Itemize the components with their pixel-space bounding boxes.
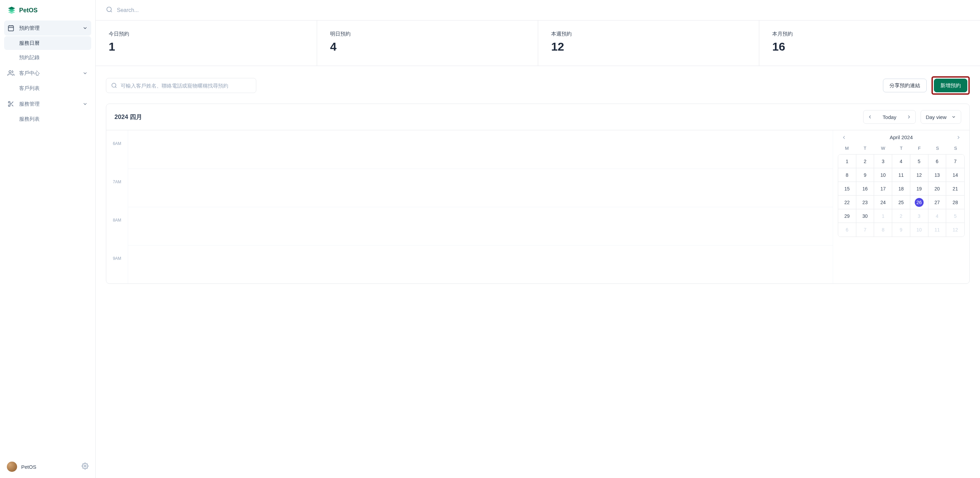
prev-month-button[interactable] xyxy=(840,135,848,140)
nav-section-icon xyxy=(8,100,14,107)
day-cell[interactable]: 3 xyxy=(874,155,892,168)
stat-card: 今日預約1 xyxy=(95,21,317,65)
day-cell[interactable]: 20 xyxy=(928,182,947,196)
highlight-annotation: 新增預約 xyxy=(931,76,970,95)
day-cell[interactable]: 6 xyxy=(928,155,947,168)
day-cell[interactable]: 29 xyxy=(838,209,856,223)
day-cell[interactable]: 14 xyxy=(946,168,964,182)
main: 今日預約1明日預約4本週預約12本月預約16 分享預約連結 新增預約 2024 … xyxy=(95,0,980,478)
svg-line-9 xyxy=(10,103,11,104)
logo[interactable]: PetOS xyxy=(0,0,95,21)
nav-sub-item[interactable]: 預約記錄 xyxy=(4,51,91,64)
nav-section-header[interactable]: 客戶中心 xyxy=(4,65,91,81)
share-link-button[interactable]: 分享預約連結 xyxy=(883,79,927,92)
stat-value: 1 xyxy=(109,40,304,53)
time-label: 7AM xyxy=(106,169,128,207)
stat-value: 16 xyxy=(772,40,967,53)
nav-sub-item[interactable]: 服務日曆 xyxy=(4,36,91,50)
day-cell[interactable]: 21 xyxy=(946,182,964,196)
nav-section-header[interactable]: 預約管理 xyxy=(4,21,91,35)
next-month-button[interactable] xyxy=(955,135,963,140)
topbar xyxy=(95,0,980,21)
stat-card: 本週預約12 xyxy=(538,21,759,65)
time-row: 9AM xyxy=(106,245,833,284)
day-cell[interactable]: 26 xyxy=(910,196,928,209)
svg-point-5 xyxy=(8,102,10,103)
time-slot[interactable] xyxy=(128,169,833,207)
day-cell[interactable]: 8 xyxy=(874,223,892,237)
day-cell[interactable]: 10 xyxy=(874,168,892,182)
day-cell[interactable]: 12 xyxy=(910,168,928,182)
day-cell[interactable]: 3 xyxy=(910,209,928,223)
day-cell[interactable]: 23 xyxy=(856,196,874,209)
day-cell[interactable]: 6 xyxy=(838,223,856,237)
mini-calendar-title: April 2024 xyxy=(848,134,955,140)
time-row: 8AM xyxy=(106,207,833,245)
footer-user-name: PetOS xyxy=(21,464,82,470)
day-cell[interactable]: 4 xyxy=(892,155,910,168)
day-cell[interactable]: 19 xyxy=(910,182,928,196)
day-cell[interactable]: 5 xyxy=(910,155,928,168)
avatar[interactable] xyxy=(7,462,17,472)
day-cell[interactable]: 24 xyxy=(874,196,892,209)
selected-day: 26 xyxy=(915,198,924,207)
prev-day-button[interactable] xyxy=(864,110,877,123)
mini-calendar-header: April 2024 xyxy=(838,133,965,143)
nav-section-header[interactable]: 服務管理 xyxy=(4,96,91,112)
view-select[interactable]: Day view xyxy=(921,110,961,124)
nav-section-label: 預約管理 xyxy=(19,25,82,32)
nav-sub-item[interactable]: 服務列表 xyxy=(4,112,91,126)
day-cell[interactable]: 30 xyxy=(856,209,874,223)
day-cell[interactable]: 2 xyxy=(856,155,874,168)
stat-card: 本月預約16 xyxy=(759,21,980,65)
day-cell[interactable]: 22 xyxy=(838,196,856,209)
logo-text: PetOS xyxy=(19,7,38,14)
day-cell[interactable]: 7 xyxy=(856,223,874,237)
day-cell[interactable]: 1 xyxy=(874,209,892,223)
today-nav: Today xyxy=(863,110,916,124)
today-button[interactable]: Today xyxy=(877,114,902,120)
day-cell[interactable]: 11 xyxy=(892,168,910,182)
time-label: 9AM xyxy=(106,245,128,284)
day-cell[interactable]: 10 xyxy=(910,223,928,237)
nav-sub-item[interactable]: 客戶列表 xyxy=(4,81,91,95)
chevron-down-icon xyxy=(951,115,956,120)
day-cell[interactable]: 8 xyxy=(838,168,856,182)
day-cell[interactable]: 9 xyxy=(892,223,910,237)
new-appointment-button[interactable]: 新增預約 xyxy=(934,79,967,92)
next-day-button[interactable] xyxy=(902,110,915,123)
time-slot[interactable] xyxy=(128,207,833,245)
day-cell[interactable]: 16 xyxy=(856,182,874,196)
dow-label: M xyxy=(838,143,856,153)
logo-icon xyxy=(7,5,16,15)
global-search-input[interactable] xyxy=(117,7,970,13)
content: 分享預約連結 新增預約 2024 四月 Today xyxy=(95,66,980,478)
day-cell[interactable]: 28 xyxy=(946,196,964,209)
stat-label: 明日預約 xyxy=(330,31,525,37)
nav-section-label: 服務管理 xyxy=(19,101,82,107)
day-cell[interactable]: 25 xyxy=(892,196,910,209)
day-cell[interactable]: 11 xyxy=(928,223,947,237)
chevron-down-icon xyxy=(82,70,88,76)
day-cell[interactable]: 13 xyxy=(928,168,947,182)
search-icon xyxy=(111,83,117,89)
day-cell[interactable]: 9 xyxy=(856,168,874,182)
time-slot[interactable] xyxy=(128,245,833,284)
day-cell[interactable]: 7 xyxy=(946,155,964,168)
chevron-down-icon xyxy=(82,25,88,31)
day-cell[interactable]: 1 xyxy=(838,155,856,168)
stat-card: 明日預約4 xyxy=(317,21,538,65)
appointment-search-input[interactable] xyxy=(121,83,251,89)
day-cell[interactable]: 27 xyxy=(928,196,947,209)
day-cell[interactable]: 5 xyxy=(946,209,964,223)
settings-icon[interactable] xyxy=(82,463,89,471)
day-cell[interactable]: 12 xyxy=(946,223,964,237)
day-cell[interactable]: 15 xyxy=(838,182,856,196)
day-cell[interactable]: 18 xyxy=(892,182,910,196)
day-cell[interactable]: 2 xyxy=(892,209,910,223)
day-cell[interactable]: 17 xyxy=(874,182,892,196)
svg-point-11 xyxy=(107,7,111,11)
day-cell[interactable]: 4 xyxy=(928,209,947,223)
nav-section-icon xyxy=(8,70,14,76)
time-slot[interactable] xyxy=(128,130,833,169)
